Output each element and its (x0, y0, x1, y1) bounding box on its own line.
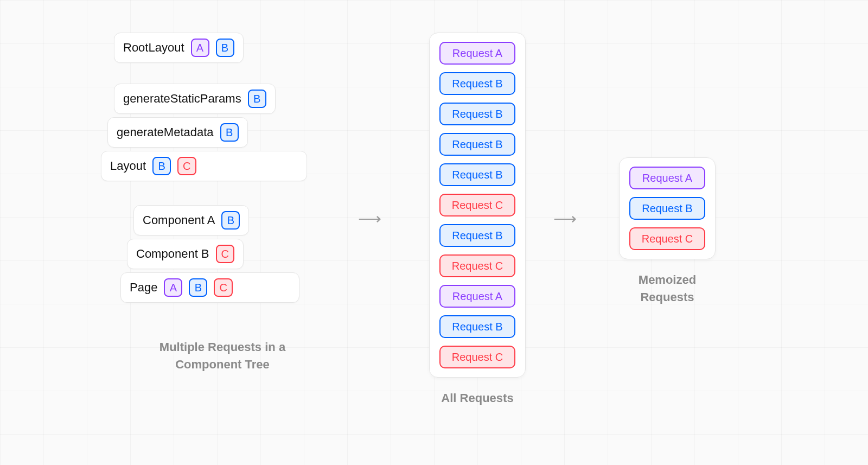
request-chip-b: B (221, 211, 240, 230)
request-item-b: Request B (439, 315, 515, 338)
tree-card-label: Component A (143, 213, 215, 227)
request-chip-b: B (152, 157, 171, 175)
request-chip-c: C (177, 157, 196, 175)
request-item-b: Request B (439, 133, 515, 156)
request-item-c: Request C (439, 254, 515, 277)
tree-card-label: generateMetadata (117, 125, 214, 139)
tree-card-componenta: Component A B (133, 205, 249, 235)
request-item-a: Request A (629, 167, 705, 189)
request-chip-a: A (164, 278, 182, 297)
tree-card-page: Page A B C (120, 272, 299, 303)
all-requests-panel: Request ARequest BRequest BRequest BRequ… (429, 33, 526, 378)
memoized-requests-caption: MemoizedRequests (639, 271, 696, 306)
tree-card-generatestaticparams: generateStaticParams B (114, 84, 276, 114)
tree-card-label: Component B (136, 247, 209, 261)
request-chip-a: A (191, 39, 209, 57)
request-item-b: Request B (439, 224, 515, 247)
request-item-c: Request C (439, 346, 515, 368)
memoized-requests-column: Request ARequest BRequest C MemoizedRequ… (608, 157, 727, 306)
all-requests-column: Request ARequest BRequest BRequest BRequ… (423, 33, 532, 407)
request-item-c: Request C (629, 227, 705, 250)
request-item-b: Request B (439, 103, 515, 125)
component-tree-column: RootLayout A B generateStaticParams B ge… (114, 33, 331, 373)
arrow-icon: ⟶ (358, 209, 381, 228)
request-chip-c: C (216, 245, 234, 263)
request-chip-b: B (216, 39, 234, 57)
request-item-b: Request B (439, 72, 515, 95)
request-item-b: Request B (629, 197, 705, 220)
tree-group-root: RootLayout A B (114, 33, 244, 64)
request-chip-b: B (189, 278, 207, 297)
memoized-requests-panel: Request ARequest BRequest C (619, 157, 716, 259)
tree-card-componentb: Component B C (127, 239, 244, 269)
request-item-a: Request A (439, 285, 515, 308)
tree-group-page: Component A B Component B C Page A B C (133, 205, 350, 307)
tree-card-layout: Layout B C (101, 151, 307, 181)
tree-card-label: Page (130, 281, 157, 295)
tree-card-label: Layout (110, 159, 146, 173)
request-chip-b: B (248, 90, 266, 108)
tree-card-label: RootLayout (123, 41, 184, 55)
tree-card-rootlayout: RootLayout A B (114, 33, 244, 63)
request-item-a: Request A (439, 42, 515, 65)
request-chip-c: C (214, 278, 232, 297)
all-requests-caption: All Requests (441, 390, 513, 407)
tree-card-label: generateStaticParams (123, 92, 241, 106)
component-tree-caption: Multiple Requests in aComponent Tree (114, 339, 331, 373)
arrow-icon: ⟶ (553, 209, 577, 228)
request-item-c: Request C (439, 194, 515, 216)
tree-group-layout: generateStaticParams B generateMetadata … (114, 84, 331, 186)
tree-card-generatemetadata: generateMetadata B (107, 117, 248, 148)
request-item-b: Request B (439, 163, 515, 186)
request-chip-b: B (220, 123, 239, 142)
